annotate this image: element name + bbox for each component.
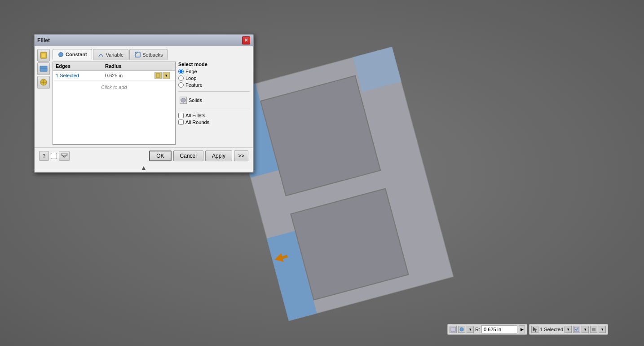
svg-point-11 [460, 328, 463, 331]
sidebar-icon-2[interactable] [37, 62, 50, 75]
radio-loop-input[interactable] [178, 75, 184, 81]
radio-feature[interactable]: Feature [178, 82, 250, 88]
radio-edge-input[interactable] [178, 69, 184, 74]
setbacks-icon [134, 52, 141, 58]
dialog-titlebar: Fillet ✕ [35, 35, 253, 46]
content-area: Edges Radius 1 Selected 0.625 in [53, 62, 250, 145]
selected-label: 1 Selected [540, 327, 563, 332]
help-button[interactable]: ? [39, 151, 49, 161]
cursor-icon [531, 326, 538, 333]
tab-constant-label: Constant [66, 52, 87, 57]
all-rounds-row[interactable]: All Rounds [178, 120, 250, 125]
expand-button[interactable]: >> [234, 151, 248, 161]
cancel-button[interactable]: Cancel [173, 151, 203, 161]
statusbar: ▾ R: ▶ 1 Selected ▾ ▾ ▾ [447, 324, 608, 335]
tab-bar: Constant Variable [53, 49, 250, 60]
click-to-add[interactable]: Click to add [53, 81, 175, 93]
fillet-dialog: Fillet ✕ [34, 34, 254, 173]
footer-icon-btn[interactable] [59, 151, 70, 161]
all-fillets-label: All Fillets [185, 113, 205, 118]
edges-selected: 1 Selected [56, 73, 105, 78]
tab-variable-label: Variable [106, 52, 124, 58]
solids-icon [180, 97, 187, 104]
radius-value: 0.625 in [105, 73, 154, 78]
edges-table-container: Edges Radius 1 Selected 0.625 in [53, 62, 176, 145]
solids-row[interactable]: Solids [178, 95, 250, 105]
row-icon-edit[interactable] [154, 72, 162, 79]
radius-mode-icon[interactable] [450, 326, 457, 333]
footer-checkbox[interactable] [51, 153, 57, 159]
radius-input[interactable] [481, 325, 517, 333]
selected-dropdown-3[interactable]: ▾ [599, 326, 606, 333]
col-edges: Edges [56, 63, 105, 69]
right-panel: Select mode Edge Loop Feature [178, 62, 250, 145]
col-radius: Radius [105, 63, 154, 69]
tab-setbacks-label: Setbacks [142, 52, 163, 58]
dialog-footer: ? OK Cancel Apply >> [35, 147, 253, 164]
constant-icon [57, 51, 64, 58]
apply-button[interactable]: Apply [205, 151, 232, 161]
solids-label: Solids [189, 98, 202, 103]
radius-arrow-btn[interactable]: ▶ [519, 325, 525, 333]
dialog-title: Fillet [37, 37, 50, 44]
close-button[interactable]: ✕ [242, 36, 250, 44]
table-header: Edges Radius [53, 62, 175, 71]
table-row[interactable]: 1 Selected 0.625 in ▾ [53, 71, 175, 81]
radius-label: R: [475, 327, 480, 332]
row-icon-dropdown[interactable]: ▾ [163, 72, 170, 79]
all-fillets-row[interactable]: All Fillets [178, 113, 250, 118]
tab-variable[interactable]: Variable [93, 49, 129, 60]
svg-rect-7 [156, 74, 160, 77]
all-fillets-checkbox[interactable] [178, 113, 184, 118]
selected-dropdown-2[interactable]: ▾ [582, 326, 589, 333]
radio-edge-label: Edge [185, 69, 197, 74]
dialog-main: Constant Variable [53, 49, 250, 145]
dialog-body: Constant Variable [35, 46, 253, 147]
selected-icon-2[interactable] [573, 326, 580, 333]
svg-rect-10 [451, 327, 455, 332]
select-mode-label: Select mode [178, 62, 250, 67]
radio-feature-label: Feature [185, 82, 203, 88]
radius-icon-2[interactable] [458, 326, 465, 333]
svg-rect-1 [42, 53, 45, 57]
dialog-arrow: ▲ [35, 164, 253, 172]
sidebar-icon-3[interactable] [37, 76, 50, 89]
tab-setbacks[interactable]: Setbacks [129, 49, 168, 60]
divider-2 [178, 109, 250, 109]
radio-loop-label: Loop [185, 75, 196, 81]
divider-1 [178, 91, 250, 92]
ok-button[interactable]: OK [149, 151, 171, 161]
row-icons: ▾ [154, 72, 172, 79]
tab-constant[interactable]: Constant [53, 49, 92, 60]
radius-dropdown-icon[interactable]: ▾ [467, 326, 474, 333]
edges-table: Edges Radius 1 Selected 0.625 in [53, 62, 176, 145]
svg-point-5 [58, 52, 63, 57]
svg-marker-8 [181, 98, 185, 102]
selected-group: 1 Selected ▾ ▾ ▾ [529, 324, 608, 335]
radio-loop[interactable]: Loop [178, 75, 250, 81]
3d-shape [247, 58, 449, 315]
variable-icon [98, 52, 104, 58]
all-rounds-checkbox[interactable] [178, 120, 184, 125]
all-rounds-label: All Rounds [185, 120, 209, 125]
radio-edge[interactable]: Edge [178, 69, 250, 74]
col-actions [154, 63, 172, 69]
radio-feature-input[interactable] [178, 82, 184, 88]
dialog-sidebar [37, 49, 51, 145]
selected-dropdown[interactable]: ▾ [565, 326, 572, 333]
svg-rect-6 [135, 52, 140, 57]
sidebar-icon-1[interactable] [37, 49, 50, 62]
selected-icon-3[interactable] [590, 326, 597, 333]
radius-group: ▾ R: ▶ [447, 324, 527, 335]
